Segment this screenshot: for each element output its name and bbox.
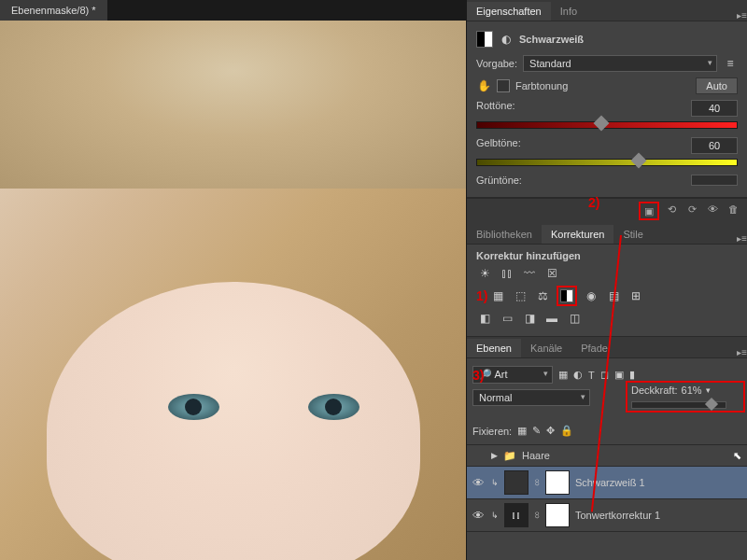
- opacity-value[interactable]: 61%: [682, 385, 702, 396]
- layer-name[interactable]: Tonwertkorrektur 1: [575, 510, 660, 521]
- layer-filter-dropdown[interactable]: 🔎 Art: [472, 366, 553, 384]
- visibility-icon[interactable]: 👁: [472, 476, 486, 489]
- lock-all-icon[interactable]: 🔒: [560, 425, 573, 437]
- document-tab[interactable]: Ebenenmaske/8) *: [0, 0, 107, 21]
- gradient-map-icon[interactable]: ▬: [543, 310, 560, 327]
- folder-icon: 📁: [503, 450, 516, 462]
- exposure-icon[interactable]: ☒: [543, 265, 560, 282]
- preset-menu-icon[interactable]: ≡: [723, 56, 738, 71]
- blend-mode-dropdown[interactable]: Normal: [472, 389, 590, 406]
- side-panels: Eigenschaften Info ▸≡ ◐ Schwarzweiß Vorg…: [466, 0, 747, 560]
- targeted-adjust-icon[interactable]: ✋: [476, 78, 491, 93]
- threshold-icon[interactable]: ◨: [521, 310, 538, 327]
- image-content: [168, 394, 219, 420]
- layer-name[interactable]: Schwarzweiß 1: [575, 477, 645, 488]
- layer-name[interactable]: Haare: [522, 450, 550, 461]
- auto-button[interactable]: Auto: [696, 77, 738, 94]
- tab-info[interactable]: Info: [551, 2, 586, 21]
- image-content: [308, 394, 359, 420]
- curves-icon[interactable]: 〰: [521, 265, 538, 282]
- canvas-area[interactable]: [0, 21, 467, 560]
- opacity-highlight: Deckkraft: 61% ▾: [626, 381, 745, 413]
- link-icon[interactable]: 𝟾: [534, 477, 540, 488]
- filter-adjust-icon[interactable]: ◐: [573, 369, 583, 381]
- greens-label: Grüntöne:: [476, 175, 522, 186]
- filter-pixel-icon[interactable]: ▦: [558, 369, 568, 381]
- add-adjustment-label: Korrektur hinzufügen: [476, 250, 738, 261]
- clip-indicator-icon: ↳: [491, 478, 499, 487]
- yellows-slider[interactable]: [476, 156, 738, 169]
- selective-color-icon[interactable]: ◫: [566, 310, 583, 327]
- visibility-icon[interactable]: 👁: [704, 202, 721, 217]
- tab-libraries[interactable]: Bibliotheken: [467, 225, 542, 244]
- reds-label: Rottöne:: [476, 100, 515, 117]
- adjustment-title: Schwarzweiß: [519, 34, 584, 45]
- vibrance-icon[interactable]: ▦: [489, 287, 506, 304]
- tab-channels[interactable]: Kanäle: [521, 339, 571, 357]
- greens-slider-row: Grüntöne:: [476, 175, 738, 186]
- layer-group-haare[interactable]: ▶ 📁 Haare ⬉: [467, 445, 747, 467]
- mask-icon[interactable]: ◐: [499, 32, 514, 47]
- layer-mask-thumb[interactable]: [545, 503, 570, 527]
- trash-icon[interactable]: 🗑: [725, 202, 741, 217]
- lock-brush-icon[interactable]: ✎: [532, 425, 541, 437]
- annotation-1: 1): [476, 288, 487, 303]
- view-previous-icon[interactable]: ⟲: [663, 202, 680, 217]
- filter-toggle-icon[interactable]: ▮: [629, 369, 635, 381]
- reds-value[interactable]: 40: [691, 100, 738, 117]
- opacity-slider[interactable]: [631, 401, 726, 409]
- visibility-icon[interactable]: 👁: [472, 509, 486, 522]
- properties-footer: 2) ▣ ⟲ ⟳ 👁 🗑: [467, 198, 747, 223]
- panel-menu-icon[interactable]: ▸≡: [737, 233, 747, 244]
- chevron-right-icon[interactable]: ▶: [491, 451, 498, 460]
- panel-menu-icon[interactable]: ▸≡: [737, 347, 747, 357]
- reds-slider-row: Rottöne: 40: [476, 100, 738, 132]
- lock-pixels-icon[interactable]: ▦: [517, 425, 527, 437]
- adjustments-panel: Korrektur hinzufügen ☀ ⫿⫿ 〰 ☒ 1) ▦ ⬚ ⚖ ◉…: [467, 245, 747, 337]
- clip-indicator-icon: ↳: [491, 511, 499, 520]
- reds-slider[interactable]: [476, 119, 738, 132]
- visibility-icon[interactable]: [472, 449, 486, 462]
- color-balance-icon[interactable]: ⚖: [534, 287, 551, 304]
- brightness-icon[interactable]: ☀: [476, 265, 493, 282]
- properties-panel: ◐ Schwarzweiß Vorgabe: Standard ≡ ✋ Farb…: [467, 21, 747, 198]
- annotation-2: 2): [588, 195, 599, 210]
- link-icon[interactable]: 𝟾: [534, 510, 540, 521]
- tab-adjustments[interactable]: Korrekturen: [542, 225, 613, 244]
- adjustments-tabbar: Bibliotheken Korrekturen Stile ▸≡: [467, 223, 747, 245]
- tint-label: Farbtonung: [515, 80, 568, 91]
- hue-sat-icon[interactable]: ⬚: [512, 287, 529, 304]
- posterize-icon[interactable]: ▭: [499, 310, 515, 327]
- reset-icon[interactable]: ⟳: [684, 202, 700, 217]
- invert-icon[interactable]: ◧: [476, 310, 493, 327]
- black-white-icon[interactable]: [557, 286, 577, 306]
- lock-label: Fixieren:: [472, 426, 512, 437]
- photo-filter-icon[interactable]: ◉: [583, 287, 599, 304]
- cursor-icon: ⬉: [733, 450, 741, 462]
- opacity-label: Deckkraft:: [631, 385, 678, 396]
- yellows-value[interactable]: 60: [691, 137, 738, 154]
- yellows-slider-row: Gelbtöne: 60: [476, 137, 738, 169]
- levels-icon[interactable]: ⫿⫿: [499, 265, 515, 282]
- layer-tonwertkorrektur[interactable]: 👁 ↳ ⫿⫿ 𝟾 Tonwertkorrektur 1: [467, 499, 747, 532]
- properties-tabbar: Eigenschaften Info ▸≡: [467, 0, 747, 21]
- tab-properties[interactable]: Eigenschaften: [467, 2, 551, 21]
- greens-value[interactable]: [691, 175, 738, 186]
- chevron-down-icon[interactable]: ▾: [706, 385, 711, 395]
- panel-menu-icon[interactable]: ▸≡: [737, 10, 747, 21]
- yellows-label: Gelbtöne:: [476, 137, 521, 154]
- preset-dropdown[interactable]: Standard: [523, 55, 717, 72]
- tint-checkbox[interactable]: [497, 79, 510, 92]
- filter-smart-icon[interactable]: ▣: [614, 369, 624, 381]
- layer-schwarzweiss[interactable]: 👁 ↳ 𝟾 Schwarzweiß 1: [467, 467, 747, 499]
- adjustment-thumb-icon: [476, 31, 493, 48]
- lock-position-icon[interactable]: ✥: [546, 425, 555, 437]
- layer-list: ▶ 📁 Haare ⬉ 👁 ↳ 𝟾 Schwarzweiß 1 👁 ↳ ⫿⫿ 𝟾…: [467, 445, 747, 532]
- image-content: [47, 282, 420, 560]
- color-lookup-icon[interactable]: ⊞: [627, 287, 644, 304]
- tab-layers[interactable]: Ebenen: [467, 339, 521, 357]
- clip-to-layer-icon[interactable]: ▣: [639, 202, 659, 220]
- layer-mask-thumb[interactable]: [545, 470, 570, 495]
- filter-type-icon[interactable]: T: [588, 370, 595, 381]
- preset-label: Vorgabe:: [476, 58, 517, 69]
